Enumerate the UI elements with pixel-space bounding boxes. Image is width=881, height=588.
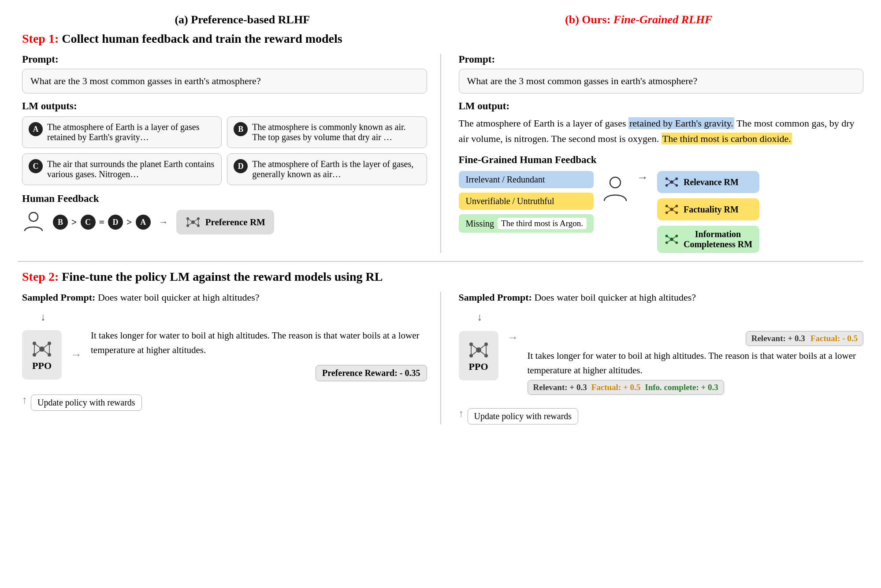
pref-a: A bbox=[136, 215, 151, 230]
person-icon bbox=[22, 211, 45, 234]
svg-line-19 bbox=[672, 179, 677, 182]
update-policy-box-right: Update policy with rewards bbox=[468, 408, 579, 424]
step2-header: Step 2: Fine-tune the policy LM against … bbox=[18, 270, 863, 284]
ppo-output-text-right: It takes longer for water to boil at hig… bbox=[528, 349, 864, 377]
svg-line-29 bbox=[667, 209, 672, 213]
human-feedback-label: Human Feedback bbox=[22, 193, 427, 205]
svg-line-39 bbox=[672, 239, 677, 243]
output-c: C The air that surrounds the planet Eart… bbox=[22, 153, 222, 185]
pref-b: B bbox=[53, 215, 68, 230]
info-rm-icon bbox=[664, 232, 679, 247]
fg-rm-col: Relevance RM Factuality RM bbox=[657, 171, 759, 253]
section-divider bbox=[18, 261, 863, 262]
output-a: A The atmosphere of Earth is a layer of … bbox=[22, 116, 222, 148]
step2-layout: Sampled Prompt: Does water boil quicker … bbox=[18, 292, 863, 424]
output-letter-d: D bbox=[234, 159, 248, 173]
svg-line-46 bbox=[42, 343, 49, 349]
svg-line-8 bbox=[188, 222, 193, 226]
relevance-rm-box: Relevance RM bbox=[657, 171, 759, 193]
lm-output-highlighted-blue: retained by Earth's gravity. bbox=[628, 117, 734, 129]
pref-c: C bbox=[81, 215, 96, 230]
info-rm-label: InformationCompleteness RM bbox=[684, 229, 752, 249]
output-text-d: The atmosphere of Earth is the layer of … bbox=[252, 159, 420, 179]
output-text-c: The air that surrounds the planet Earth … bbox=[47, 159, 215, 179]
svg-line-45 bbox=[34, 343, 42, 349]
left-title: (a) Preference-based RLHF bbox=[44, 13, 441, 26]
ppo-right-text-col: Relevant: + 0.3 Factual: - 0.5 It takes … bbox=[528, 331, 864, 395]
ppo-box-left: PPO bbox=[22, 330, 62, 380]
svg-line-28 bbox=[672, 206, 677, 210]
fg-tag-unverifiable: Unverifiable / Untruthful bbox=[459, 193, 594, 210]
relevance-rm-label: Relevance RM bbox=[684, 177, 739, 187]
svg-line-57 bbox=[479, 344, 486, 350]
left-prompt-label: Prompt: bbox=[22, 54, 427, 65]
right-prompt-label: Prompt: bbox=[459, 54, 864, 65]
pref-d: D bbox=[108, 215, 123, 230]
svg-line-30 bbox=[672, 209, 677, 213]
reward-bottom-fact: Factual: + 0.5 bbox=[591, 383, 641, 392]
lm-output-text: The atmosphere of Earth is a layer of ga… bbox=[459, 115, 864, 146]
ppo-output-text-left: It takes longer for water to boil at hig… bbox=[91, 328, 427, 357]
ppo-arrow-left: → bbox=[71, 348, 82, 361]
ppo-network-icon-left bbox=[31, 338, 53, 360]
network-icon-rm bbox=[185, 214, 201, 230]
right-sampled-prompt: Sampled Prompt: Does water boil quicker … bbox=[459, 292, 864, 303]
output-letter-a: A bbox=[29, 122, 43, 136]
fg-tags-col: Irrelevant / Redundant Unverifiable / Un… bbox=[459, 171, 594, 233]
update-policy-row-right: ↑ Update policy with rewards bbox=[459, 403, 579, 424]
ppo-output-row-right: PPO → Relevant: + 0.3 Factual: - 0.5 It … bbox=[459, 331, 864, 395]
reward-bottom-info: Info. complete: + 0.3 bbox=[645, 383, 718, 392]
ppo-label-left: PPO bbox=[32, 360, 52, 372]
step2-right-panel: Sampled Prompt: Does water boil quicker … bbox=[441, 292, 864, 424]
svg-point-12 bbox=[610, 177, 621, 188]
ppo-label-right: PPO bbox=[469, 361, 488, 372]
lm-outputs-label: LM outputs: bbox=[22, 100, 427, 112]
output-letter-b: B bbox=[234, 122, 248, 136]
svg-line-7 bbox=[193, 219, 198, 222]
svg-line-21 bbox=[672, 182, 677, 186]
output-text-b: The atmosphere is commonly known as air.… bbox=[252, 122, 420, 142]
lm-output-label: LM output: bbox=[459, 100, 864, 112]
fine-grained-label: Fine-Grained Human Feedback bbox=[459, 154, 864, 166]
ppo-output-row-left: PPO → It takes longer for water to boil … bbox=[22, 328, 427, 381]
right-title: (b) Ours: Fine-Grained RLHF bbox=[441, 13, 837, 26]
outputs-grid: A The atmosphere of Earth is a layer of … bbox=[22, 116, 427, 185]
update-policy-box-left: Update policy with rewards bbox=[31, 394, 142, 411]
preference-expression: B > C = D > A bbox=[53, 215, 151, 230]
left-prompt-box: What are the 3 most common gasses in ear… bbox=[22, 69, 427, 93]
down-arrow-left: ↓ bbox=[41, 311, 46, 323]
reward-top-rel: Relevant: + 0.3 bbox=[751, 334, 805, 343]
fg-person-icon bbox=[602, 175, 628, 206]
svg-line-37 bbox=[672, 236, 677, 240]
svg-line-27 bbox=[667, 206, 672, 210]
arrow-to-fg-rm: → bbox=[637, 171, 648, 188]
update-policy-row-left: ↑ Update policy with rewards bbox=[22, 389, 142, 411]
output-d: D The atmosphere of Earth is the layer o… bbox=[227, 153, 427, 185]
factuality-rm-icon bbox=[664, 202, 679, 217]
reward-top-box: Relevant: + 0.3 Factual: - 0.5 bbox=[746, 331, 863, 346]
ppo-box-right: PPO bbox=[459, 331, 498, 380]
factuality-rm-box: Factuality RM bbox=[657, 198, 759, 220]
svg-line-38 bbox=[667, 239, 672, 243]
output-letter-c: C bbox=[29, 159, 43, 173]
step1-header: Step 1: Collect human feedback and train… bbox=[18, 32, 863, 46]
svg-point-0 bbox=[29, 212, 38, 221]
reward-bottom-rel: Relevant: + 0.3 bbox=[533, 383, 587, 392]
arrow-to-rm: → bbox=[159, 216, 168, 228]
svg-line-59 bbox=[479, 350, 486, 356]
feedback-row: B > C = D > A → bbox=[22, 210, 427, 234]
svg-line-48 bbox=[42, 349, 49, 355]
ppo-network-icon-right bbox=[468, 339, 490, 361]
svg-line-36 bbox=[667, 236, 672, 240]
fg-feedback-layout: Irrelevant / Redundant Unverifiable / Un… bbox=[459, 171, 864, 253]
step2-left-panel: Sampled Prompt: Does water boil quicker … bbox=[18, 292, 441, 424]
svg-line-56 bbox=[471, 344, 479, 350]
lm-output-before-blue: The atmosphere of Earth is a layer of ga… bbox=[459, 118, 628, 129]
reward-bottom-box: Relevant: + 0.3 Factual: + 0.5 Info. com… bbox=[528, 380, 724, 395]
fg-person-col bbox=[602, 171, 628, 206]
header-row: (a) Preference-based RLHF (b) Ours: Fine… bbox=[18, 13, 863, 26]
relevance-rm-icon bbox=[664, 175, 679, 190]
output-text-a: The atmosphere of Earth is a layer of ga… bbox=[47, 122, 215, 142]
left-panel-step1: Prompt: What are the 3 most common gasse… bbox=[18, 54, 441, 253]
factuality-rm-label: Factuality RM bbox=[684, 205, 739, 215]
